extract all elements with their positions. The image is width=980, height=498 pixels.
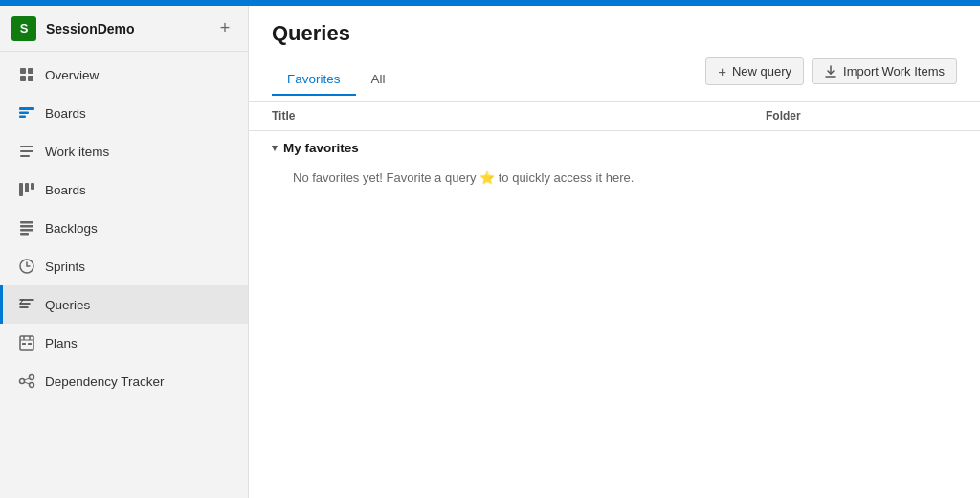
svg-rect-12 xyxy=(31,183,34,190)
svg-rect-2 xyxy=(20,76,26,81)
boards-section-icon xyxy=(18,104,35,122)
sidebar-item-sprints-label: Sprints xyxy=(45,260,85,274)
col-title-header: Title xyxy=(272,109,766,123)
my-favorites-section: ▾ My favorites No favorites yet! Favorit… xyxy=(249,131,980,202)
svg-rect-9 xyxy=(20,155,30,157)
sidebar-item-work-items-label: Work items xyxy=(45,145,109,159)
my-favorites-label: My favorites xyxy=(283,141,359,155)
sidebar-item-sprints[interactable]: Sprints xyxy=(0,247,248,285)
svg-line-31 xyxy=(25,378,30,380)
svg-rect-0 xyxy=(20,68,26,74)
svg-rect-7 xyxy=(20,146,33,147)
new-query-label: New query xyxy=(732,64,791,79)
import-work-items-button[interactable]: Import Work Items xyxy=(812,58,957,84)
queries-icon xyxy=(18,296,35,313)
sidebar-item-overview[interactable]: Overview xyxy=(0,56,248,94)
sidebar-nav: Overview Boards xyxy=(0,52,248,404)
svg-rect-5 xyxy=(19,112,29,115)
plus-icon: + xyxy=(718,63,726,79)
org-avatar: S xyxy=(11,16,36,41)
sidebar-item-overview-label: Overview xyxy=(45,68,99,82)
add-project-button[interactable]: + xyxy=(213,17,236,40)
svg-rect-22 xyxy=(20,336,33,350)
svg-rect-26 xyxy=(22,343,26,345)
sidebar: S SessionDemo + Overview xyxy=(0,6,249,498)
page-header: Queries Favorites All + New query xyxy=(249,6,980,102)
svg-point-30 xyxy=(30,383,34,388)
my-favorites-header[interactable]: ▾ My favorites xyxy=(272,141,957,155)
work-items-icon xyxy=(18,143,35,160)
sidebar-item-work-items[interactable]: Work items xyxy=(0,132,248,170)
svg-rect-11 xyxy=(25,183,29,192)
sidebar-item-backlogs-label: Backlogs xyxy=(45,221,98,236)
org-name: SessionDemo xyxy=(46,21,204,36)
svg-rect-16 xyxy=(20,233,29,236)
sidebar-item-boards-section[interactable]: Boards xyxy=(0,94,248,132)
svg-point-29 xyxy=(30,375,34,380)
sidebar-item-queries-label: Queries xyxy=(45,298,90,312)
svg-rect-1 xyxy=(28,68,33,74)
chevron-down-icon: ▾ xyxy=(272,142,278,154)
content-area: Title Folder ▾ My favorites No favorites… xyxy=(249,102,980,498)
tab-favorites[interactable]: Favorites xyxy=(272,64,356,96)
sidebar-item-queries[interactable]: Queries xyxy=(0,285,248,324)
backlogs-icon xyxy=(18,219,35,237)
sidebar-item-boards-label: Boards xyxy=(45,183,86,197)
svg-rect-14 xyxy=(20,225,33,228)
svg-line-32 xyxy=(25,382,30,384)
new-query-button[interactable]: + New query xyxy=(705,57,804,85)
tabs-bar: Favorites All + New query xyxy=(272,57,957,101)
svg-rect-3 xyxy=(28,76,33,81)
svg-point-28 xyxy=(20,379,25,384)
svg-rect-27 xyxy=(28,343,32,345)
dependency-tracker-icon xyxy=(18,373,35,390)
sidebar-item-plans[interactable]: Plans xyxy=(0,324,248,362)
overview-icon xyxy=(18,66,35,83)
svg-rect-8 xyxy=(20,150,33,152)
sidebar-item-backlogs[interactable]: Backlogs xyxy=(0,209,248,247)
import-icon xyxy=(824,65,837,79)
table-header: Title Folder xyxy=(249,102,980,131)
boards-icon xyxy=(18,181,35,198)
toolbar-area: + New query Import Work Items xyxy=(698,57,957,101)
sidebar-item-plans-label: Plans xyxy=(45,336,78,351)
svg-rect-15 xyxy=(20,229,33,232)
sprints-icon xyxy=(18,258,35,275)
sidebar-header: S SessionDemo + xyxy=(0,6,248,52)
plans-icon xyxy=(18,334,35,351)
svg-rect-13 xyxy=(20,221,33,224)
sidebar-item-dependency-tracker-label: Dependency Tracker xyxy=(45,374,165,389)
sidebar-item-dependency-tracker[interactable]: Dependency Tracker xyxy=(0,362,248,400)
sidebar-item-boards[interactable]: Boards xyxy=(0,170,248,209)
col-folder-header: Folder xyxy=(766,109,957,123)
empty-favorites-message: No favorites yet! Favorite a query ⭐ to … xyxy=(272,163,957,192)
svg-rect-6 xyxy=(19,116,26,119)
import-label: Import Work Items xyxy=(843,64,945,79)
main-content: Queries Favorites All + New query xyxy=(249,6,980,498)
tab-all[interactable]: All xyxy=(356,64,401,96)
page-title: Queries xyxy=(272,21,957,46)
svg-rect-10 xyxy=(19,183,23,196)
sidebar-item-boards-section-label: Boards xyxy=(45,106,86,121)
svg-rect-4 xyxy=(19,107,34,110)
